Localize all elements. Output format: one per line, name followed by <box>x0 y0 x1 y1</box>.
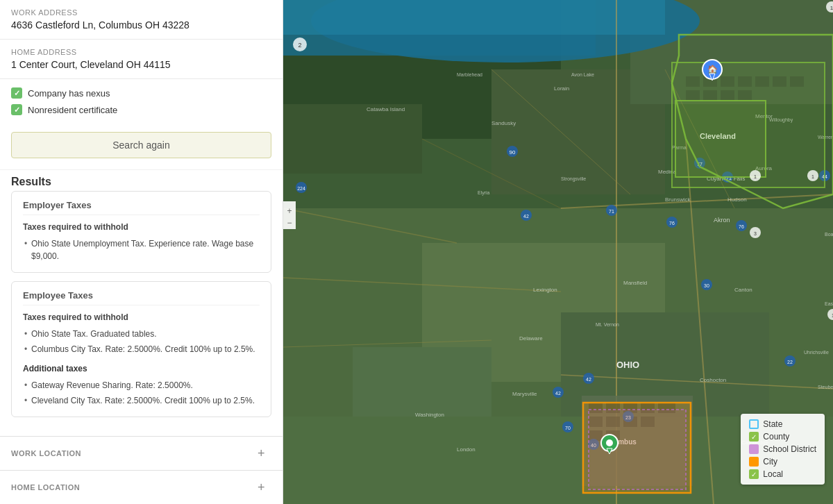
legend-local-item: ✓ Local <box>749 469 816 479</box>
home-location-label: HOME LOCATION <box>11 483 80 492</box>
additional-taxes-title: Additional taxes <box>23 364 260 373</box>
home-address-block: Home Address 1 Center Court, Cleveland O… <box>0 40 283 79</box>
svg-text:42: 42 <box>586 377 591 382</box>
work-address-block: Work Address 4636 Castleford Ln, Columbu… <box>0 0 283 40</box>
svg-text:+: + <box>287 206 292 216</box>
company-has-nexus-row[interactable]: Company has nexus <box>11 87 271 99</box>
employer-taxes-section: Employer Taxes Taxes required to withhol… <box>11 191 271 273</box>
svg-text:Marblehead: Marblehead <box>457 72 482 77</box>
svg-text:2: 2 <box>298 42 301 49</box>
svg-text:1: 1 <box>754 174 757 179</box>
checkboxes-section: Company has nexus Nonresident certificat… <box>0 79 283 126</box>
search-again-button[interactable]: Search again <box>11 132 271 158</box>
svg-text:Catawba Island: Catawba Island <box>367 106 405 112</box>
svg-text:1: 1 <box>811 174 814 179</box>
svg-text:Coshocton: Coshocton <box>700 377 726 383</box>
svg-text:3: 3 <box>754 231 757 236</box>
home-location-section[interactable]: HOME LOCATION + <box>0 470 283 504</box>
work-location-label: WORK LOCATION <box>11 449 81 457</box>
employer-taxes-title: Employer Taxes <box>23 200 260 215</box>
home-address-label: Home Address <box>11 48 271 56</box>
svg-text:Steubenville: Steubenville <box>818 385 833 389</box>
svg-rect-13 <box>283 0 665 35</box>
svg-text:Lorain: Lorain <box>554 85 569 92</box>
left-panel: Work Address 4636 Castleford Ln, Columbu… <box>0 0 283 504</box>
svg-point-123 <box>606 439 613 446</box>
additional-tax-item-0: Gateway Revenue Sharing. Rate: 2.5000%. <box>23 378 260 393</box>
legend-city-item: City <box>749 457 816 467</box>
legend-school-district-item: School District <box>749 444 816 454</box>
map-area[interactable]: Cleveland OHIO Columbus Akron Mansfield … <box>283 0 833 504</box>
legend-school-district-label: School District <box>763 444 816 454</box>
svg-text:Strongsville: Strongsville <box>561 176 586 182</box>
legend-school-district-swatch <box>749 444 759 454</box>
svg-text:Brunswick: Brunswick <box>665 196 691 203</box>
nonresident-certificate-checkbox[interactable] <box>11 104 22 115</box>
svg-text:30: 30 <box>704 283 709 288</box>
svg-text:Delaware: Delaware <box>519 335 543 342</box>
legend-state-label: State <box>763 419 782 429</box>
svg-text:Akron: Akron <box>714 217 730 224</box>
employee-taxes-title: Employee Taxes <box>23 290 260 305</box>
svg-text:London: London <box>457 446 476 453</box>
svg-text:76: 76 <box>669 221 675 226</box>
additional-tax-item-1: Cleveland City Tax. Rate: 2.5000%. Credi… <box>23 393 260 408</box>
nonresident-certificate-label: Nonresident certificate <box>28 105 117 115</box>
svg-text:Boardman: Boardman <box>825 232 833 237</box>
svg-text:OHIO: OHIO <box>616 360 639 370</box>
work-address-value: 4636 Castleford Ln, Columbus OH 43228 <box>11 19 271 31</box>
company-has-nexus-checkbox[interactable] <box>11 87 22 99</box>
svg-text:90: 90 <box>510 149 516 156</box>
svg-text:Lexington: Lexington <box>533 287 557 293</box>
svg-text:70: 70 <box>565 426 571 430</box>
legend-county-swatch: ✓ <box>749 432 759 442</box>
home-location-expand-icon[interactable]: + <box>258 480 271 494</box>
company-has-nexus-label: Company has nexus <box>28 88 110 99</box>
svg-text:Canton: Canton <box>734 287 752 293</box>
nonresident-certificate-row[interactable]: Nonresident certificate <box>11 104 271 115</box>
svg-text:Washington: Washington <box>415 412 444 418</box>
svg-text:Sandusky: Sandusky <box>491 120 516 126</box>
legend-state-item: State <box>749 419 816 429</box>
employee-tax-item-0: Ohio State Tax. Graduated tables. <box>23 326 260 342</box>
svg-text:76: 76 <box>739 224 744 229</box>
work-location-expand-icon[interactable]: + <box>258 446 271 460</box>
svg-text:Avon Lake: Avon Lake <box>571 72 594 77</box>
svg-text:−: − <box>287 218 292 228</box>
results-header: Results <box>0 169 283 191</box>
svg-text:1: 1 <box>830 5 833 11</box>
employee-tax-item-1: Columbus City Tax. Rate: 2.5000%. Credit… <box>23 342 260 357</box>
svg-text:East Liverpool: East Liverpool <box>825 301 833 307</box>
work-location-section[interactable]: WORK LOCATION + <box>0 436 283 470</box>
svg-rect-118 <box>589 410 686 489</box>
employee-taxes-subsection-title: Taxes required to withhold <box>23 312 260 322</box>
svg-text:Mt. Vernon: Mt. Vernon <box>596 322 619 327</box>
employer-taxes-subsection-title: Taxes required to withhold <box>23 222 260 232</box>
svg-text:71: 71 <box>609 209 614 214</box>
svg-text:Mansfield: Mansfield <box>623 280 647 286</box>
legend-city-swatch <box>749 457 759 467</box>
svg-text:Marysville: Marysville <box>512 391 537 397</box>
svg-text:Uhrichsville: Uhrichsville <box>804 350 829 355</box>
legend-county-label: County <box>763 432 789 442</box>
svg-text:42: 42 <box>555 391 561 396</box>
map-legend: State ✓ County School District City ✓ Lo… <box>741 414 825 485</box>
legend-local-swatch: ✓ <box>749 469 759 479</box>
svg-text:224: 224 <box>297 186 305 191</box>
svg-text:42: 42 <box>523 214 529 219</box>
svg-text:🏠: 🏠 <box>707 64 718 74</box>
home-address-value: 1 Center Court, Cleveland OH 44115 <box>11 59 271 70</box>
svg-text:Hudson: Hudson <box>727 196 747 203</box>
svg-text:22: 22 <box>787 360 793 364</box>
work-address-label: Work Address <box>11 8 271 17</box>
svg-rect-116 <box>675 101 766 177</box>
employer-tax-item-0: Ohio State Unemployment Tax. Experience … <box>23 236 260 264</box>
svg-rect-4 <box>283 104 422 174</box>
legend-county-item: ✓ County <box>749 432 816 442</box>
legend-state-swatch <box>749 419 759 429</box>
legend-city-label: City <box>763 457 777 467</box>
svg-text:Elyria: Elyria <box>478 190 490 196</box>
employee-taxes-section: Employee Taxes Taxes required to withhol… <box>11 281 271 417</box>
legend-local-label: Local <box>763 469 783 479</box>
